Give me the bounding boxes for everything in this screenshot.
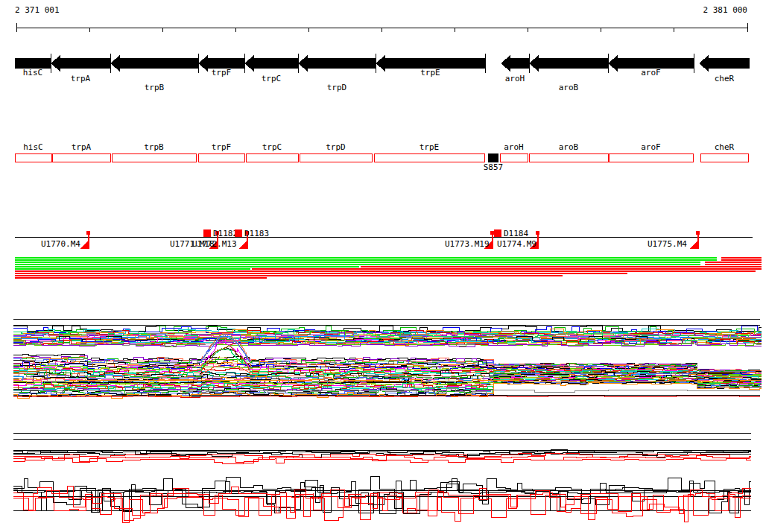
probe-flag-top [536,231,539,235]
gene-arrow-trpD[interactable] [298,55,376,72]
probe-flag-top [696,231,700,235]
probe-label: U1774.M9 [497,239,536,249]
gene-label: trpA [71,74,91,83]
gene-label: hisC [23,68,43,77]
cds-box-hisC[interactable] [16,154,52,162]
probe-label: U1770.M4 [41,239,80,249]
cds-box-aroH[interactable] [501,154,528,162]
cds-label: trpA [72,142,92,152]
cds-track: hisCtrpAtrpBtrpFtrpCtrpDtrpEaroHaroBaroF… [16,142,749,172]
feature-label: S857 [484,162,504,172]
genome-browser-view: 2 371 001 2 381 000 hisCtrpAtrpBtrpFtrpC… [0,0,763,532]
cds-box-trpA[interactable] [53,154,111,162]
gene-label: trpB [145,83,165,92]
cds-box-trpF[interactable] [199,154,245,162]
cds-label: aroB [559,142,579,152]
cds-label: trpE [420,142,440,152]
gene-arrow-trpB[interactable] [110,55,198,72]
probe-track: U1770.M4U1771.M18U1772.M13U1773.M19U1774… [15,229,753,249]
main-plot-band1 [13,326,762,346]
cds-box-trpE[interactable] [375,154,485,162]
gene-track: hisCtrpAtrpBtrpFtrpCtrpDtrpEaroHaroBaroF… [15,54,750,92]
plot-frames [13,319,760,510]
probe-label: U1775.M4 [648,239,687,249]
probe-flag-top [86,231,90,235]
gene-label: trpD [327,83,347,92]
cds-box-cheR[interactable] [701,154,749,162]
cds-label: trpD [326,142,346,152]
probe-box-D1183[interactable] [235,229,242,237]
gene-arrow-aroH[interactable] [501,55,529,72]
probe-flag-U1770.M4[interactable] [80,239,89,249]
mid-plot [13,450,751,464]
feature-box-S857[interactable] [488,153,498,162]
probe-label: D1182 [213,229,238,238]
gene-label: trpF [212,68,232,77]
cds-label: aroH [504,142,524,152]
gene-arrow-cheR[interactable] [699,55,750,72]
cds-box-aroB[interactable] [530,154,609,162]
cds-label: trpB [144,142,164,152]
probe-label: D1183 [244,229,269,238]
cds-box-trpC[interactable] [247,154,299,162]
gene-label: trpC [262,74,282,83]
cds-label: aroF [641,142,661,152]
bottom-plot [13,476,751,523]
gene-arrow-hisC[interactable] [15,58,51,69]
cds-label: trpC [262,142,282,152]
probe-box-D1182[interactable] [203,229,211,237]
probe-flag-top [490,231,494,235]
gene-label: aroF [641,68,661,77]
probe-label: U1773.M19 [445,239,490,249]
probe-label: U1772.M13 [192,239,237,249]
cds-label: cheR [715,142,735,152]
hyb-lines [15,258,762,278]
ruler-track [16,23,747,32]
gene-label: cheR [715,74,735,83]
cds-label: hisC [23,142,43,152]
cds-label: trpF [212,142,232,152]
cds-box-trpD[interactable] [300,154,373,162]
browser-canvas: hisCtrpAtrpBtrpFtrpCtrpDtrpEaroHaroBaroF… [0,0,763,532]
gene-label: aroH [505,74,525,83]
cds-box-aroF[interactable] [610,154,694,162]
gene-label: trpE [420,68,440,77]
probe-box-D1184[interactable] [494,229,501,237]
signal-trace [13,455,751,462]
probe-flag-U1772.M13[interactable] [238,239,248,249]
cds-box-trpB[interactable] [113,154,197,162]
probe-flag-U1775.M4[interactable] [689,239,699,249]
probe-label: D1184 [504,229,528,238]
gene-arrow-trpC[interactable] [244,55,298,72]
gene-arrow-aroB[interactable] [529,55,608,72]
gene-label: aroB [559,83,579,92]
gene-arrow-trpA[interactable] [51,55,110,72]
